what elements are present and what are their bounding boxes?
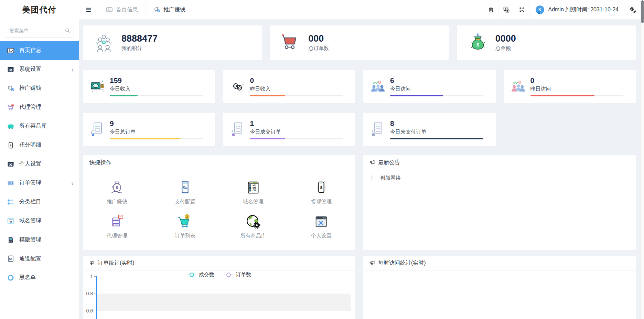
- tab-home-icon: [106, 6, 113, 13]
- stat-card-yesterday-visits: 0 昨日访问: [504, 70, 636, 103]
- tab-home-info[interactable]: 首页信息: [98, 0, 146, 19]
- translate-icon: A: [503, 6, 510, 13]
- stat-card-total-orders: 000 总订单数: [270, 25, 449, 60]
- topbar: 首页信息 推广赚钱 A K Admin 到期时间: 2031-10-24: [79, 0, 641, 20]
- quick-action-domain[interactable]: .NET.ORG.COM 域名管理: [219, 180, 287, 205]
- user-account[interactable]: K Admin 到期时间: 2031-10-24: [529, 0, 624, 19]
- quick-action-label: 订单列表: [175, 233, 195, 239]
- settings-button[interactable]: [624, 0, 641, 19]
- menu-search: [5, 24, 74, 38]
- domain-list-icon: .NET.ORG.COM: [245, 180, 261, 195]
- panel-title: 每时访问统计(实时): [378, 259, 426, 267]
- sidebar-item-points[interactable]: $ 积分明细: [0, 136, 79, 155]
- legend-item-deals[interactable]: 成交数: [187, 272, 214, 278]
- stat-value: 0000: [495, 34, 516, 44]
- quick-action-label: 个人设置: [311, 233, 332, 239]
- svg-text:.ORG: .ORG: [251, 187, 257, 189]
- stat-value: 0: [250, 76, 343, 84]
- sidebar-item-home[interactable]: 首页信息: [0, 41, 79, 60]
- svg-text:.COM: .COM: [251, 189, 257, 191]
- translate-button[interactable]: A: [498, 0, 514, 19]
- y-tick-label: 0.6: [84, 308, 93, 313]
- trash-icon: [488, 7, 494, 13]
- search-input[interactable]: [5, 24, 74, 38]
- stat-value: 159: [110, 76, 203, 84]
- hamburger-menu-button[interactable]: [79, 0, 98, 19]
- sidebar-item-label: 分类栏目: [19, 198, 41, 205]
- megaphone-icon: [89, 260, 95, 266]
- quick-action-withdraw[interactable]: $ 提现管理: [287, 180, 355, 205]
- sidebar-item-agent[interactable]: 代理管理: [0, 98, 79, 117]
- panel-title: 最新公告: [378, 159, 400, 166]
- avatar: K: [535, 5, 545, 14]
- sidebar-item-label: 系统设置: [19, 66, 41, 73]
- quick-action-pay-config[interactable]: $= 支付配置: [151, 180, 219, 205]
- sidebar-item-system-settings[interactable]: 系统设置 ‹: [0, 60, 79, 79]
- legend-label: 订单数: [236, 272, 251, 278]
- sidebar-item-label: 域名管理: [19, 217, 41, 224]
- sidebar-item-label: 首页信息: [19, 47, 41, 54]
- order-stats-panel: 订单统计(实时) 成交数: [83, 256, 355, 319]
- stat-label: 总金额: [495, 45, 516, 52]
- stat-label: 昨日访问: [530, 86, 624, 92]
- sidebar-item-label: 所有菜品库: [19, 123, 47, 130]
- sidebar-item-blacklist[interactable]: 黑名单: [0, 268, 79, 287]
- sidebar-item-personal[interactable]: 个人设置: [0, 155, 79, 173]
- notice-header: 最新公告: [363, 155, 636, 170]
- quick-actions-header: 快捷操作: [83, 155, 355, 170]
- sidebar-item-promo[interactable]: 推广赚钱: [0, 79, 79, 98]
- legend-item-orders[interactable]: 订单数: [224, 272, 251, 278]
- money-bag-icon: $: [467, 32, 489, 53]
- legend-marker-icon: [224, 273, 233, 277]
- charts-row: 订单统计(实时) 成交数: [83, 256, 636, 319]
- stat-label: 总订单数: [308, 45, 329, 52]
- y-tick-label: 0.8: [84, 291, 93, 296]
- tab-promo[interactable]: 推广赚钱: [146, 0, 193, 19]
- quick-action-all-products[interactable]: 所有商品库: [219, 214, 287, 239]
- fullscreen-button[interactable]: [514, 0, 529, 19]
- stat-progress-fill: [110, 95, 138, 96]
- quick-action-label: 支付配置: [175, 199, 195, 205]
- y-tick-mark: [94, 276, 96, 277]
- quick-actions-panel: 快捷操作 $ 推广赚钱 $= 支付配置 .NET.ORG.COM 域名管理: [83, 155, 355, 250]
- home-info-icon: [7, 47, 14, 54]
- category-sort-icon: [7, 198, 14, 206]
- fullscreen-icon: [519, 7, 525, 13]
- server-monitor-icon: [109, 214, 125, 230]
- sidebar-item-domain[interactable]: w 域名管理: [0, 211, 79, 230]
- scrollbar-thumb[interactable]: [641, 0, 644, 23]
- stat-label: 今日成交订单: [250, 129, 343, 135]
- sidebar-item-category[interactable]: 分类栏目: [0, 192, 79, 211]
- dashboard-content: 8888477 我的积分 000 总订单数 $ 0000 总金额: [79, 20, 641, 319]
- stat-card-today-income: 159 今日收入: [83, 70, 215, 103]
- quick-action-promo[interactable]: $ 推广赚钱: [83, 180, 151, 205]
- quick-action-label: 代理管理: [107, 233, 127, 239]
- personal-settings-icon: [7, 160, 14, 168]
- quick-action-agent[interactable]: 代理管理: [83, 214, 151, 239]
- receipt-hand-icon: [90, 121, 106, 137]
- stat-progress-track: [110, 138, 203, 139]
- sidebar-item-orders[interactable]: 订单管理 ‹: [0, 173, 79, 192]
- globe-gear-icon: [245, 214, 261, 230]
- sidebar-item-dishes[interactable]: 所有菜品库: [0, 117, 79, 136]
- quick-action-order-list[interactable]: 订单列表: [151, 214, 219, 239]
- notice-panel: 最新公告 〉 创颜网络: [363, 155, 636, 250]
- main-area: 首页信息 推广赚钱 A K Admin 到期时间: 2031-10-24: [79, 0, 641, 319]
- notice-list-item[interactable]: 〉 创颜网络: [363, 170, 636, 186]
- stat-progress-track: [530, 95, 624, 96]
- app-logo: 美团代付: [0, 0, 79, 20]
- topbar-actions: A K Admin 到期时间: 2031-10-24: [483, 0, 641, 19]
- stat-progress-fill: [250, 138, 286, 139]
- clear-cache-button[interactable]: [483, 0, 498, 19]
- stat-value: 8: [390, 119, 483, 127]
- sidebar-item-channel[interactable]: $= 通道配置: [0, 249, 79, 268]
- stat-progress-track: [390, 138, 483, 139]
- svg-text:$: $: [320, 185, 323, 190]
- sidebar-item-template[interactable]: HTML 模版管理: [0, 230, 79, 249]
- domain-window-icon: w: [7, 217, 14, 225]
- stat-value: 6: [390, 76, 483, 84]
- stat-label: 我的积分: [121, 45, 158, 52]
- megaphone-coin-icon: [7, 85, 14, 92]
- quick-action-personal[interactable]: 个人设置: [287, 214, 355, 239]
- stat-progress-track: [250, 95, 343, 96]
